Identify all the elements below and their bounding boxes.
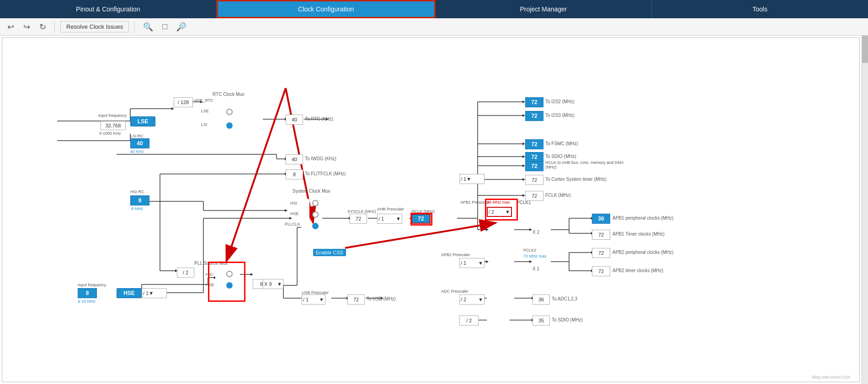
apb2-periph-value[interactable]: 72 [592,248,610,258]
svg-line-103 [345,223,496,248]
apb1-periph-label: APB1 peripheral clocks (MHz) [612,216,673,221]
scroll-thumb[interactable] [862,36,868,63]
i2s3-value[interactable]: 72 [525,111,543,121]
apb1-periph-value[interactable]: 36 [592,214,610,224]
sdio-div-value[interactable]: / 2 [459,316,479,326]
pll-mux-hse[interactable] [226,282,233,289]
apb1-prescaler-select[interactable]: / 2 ▼ [487,207,512,217]
usb-prescaler-select[interactable]: / 1 ▼ [302,295,325,305]
apb2-prescaler-select[interactable]: / 1 ▼ [459,258,485,268]
lse-range-label: 0-1000 KHz [99,131,121,136]
svg-marker-79 [529,260,532,263]
sys-mux-hsi[interactable] [312,200,319,206]
rtc-mux-selector1[interactable] [226,109,233,115]
lse-block[interactable]: LSE [130,116,155,126]
lsi-rc-label: LSI RC [130,134,144,138]
apb1-timer-label: APB1 Timer clocks (MHz) [612,231,665,237]
zoom-out-button[interactable]: 🔍 [174,20,189,34]
separator2 [134,21,135,32]
flitfclk-value[interactable]: 8 [286,169,303,179]
main-area: Input frequency 32.768 0-1000 KHz LSE LS… [0,36,868,384]
nav-tools[interactable]: Tools [652,0,868,18]
sys-mux-hse[interactable] [312,211,319,218]
pllclk-sys-label: PLLCLK [285,222,300,226]
pll-src-mux-label: PLL Source Mux [194,261,228,266]
apb1-timer-value[interactable]: 72 [592,230,610,240]
svg-marker-3 [171,107,174,110]
adc-label: To ADC1,2,3 [552,296,577,301]
cortex-label: To Cortex System timer (MHz) [545,177,607,182]
nav-pinout[interactable]: Pinout & Configuration [0,0,217,18]
hse-sys-label: HSE [290,211,299,216]
usb-value[interactable]: 72 [347,295,365,305]
refresh-button[interactable]: ↻ [37,20,49,34]
hse-input-value[interactable]: 8 [78,288,97,298]
lse-freq-value[interactable]: 32.768 [101,121,126,130]
apb1-max-label: 36 MHz max [487,200,510,205]
ahb-prescaler-select[interactable]: / 1 ▼ [377,214,402,224]
svg-line-101 [226,88,286,262]
rtc-mux-selector2[interactable] [226,122,233,129]
i2s2-value[interactable]: 72 [525,97,543,107]
lsi-value-box[interactable]: 40 [130,138,149,148]
hse-range-label: 4-16 MHz [78,299,96,304]
fclk-value[interactable]: 72 [525,191,543,201]
fclk-label: FCLK (MHz) [545,193,571,198]
hclk-mhz-label: HCLK (MHz) [411,209,435,214]
pclk2-label: PCLK2 [523,248,537,252]
scrollbar[interactable] [862,36,868,384]
hse-div-select[interactable]: / 1 ▼ [142,288,167,298]
rtc-clk-mux-label: RTC Clock Mux [213,92,245,97]
hclk-ahb-label: HCLK to AHB bus, core, memory and DMA (M… [545,160,628,169]
hclk-value[interactable]: 72 [411,214,431,224]
sysclk-value[interactable]: 72 [350,214,367,224]
apb1-prescaler-label: APB1 Prescaler [460,200,490,205]
undo-button[interactable]: ↩ [5,20,17,34]
pll-hsi-div2[interactable]: / 2 [177,268,194,278]
diagram-container: Input frequency 32.768 0-1000 KHz LSE LS… [2,38,859,382]
sdio-value[interactable]: 35 [533,316,550,326]
sysclk-label: SYSCLK (MHz) [347,209,376,214]
apb2-max-label: 72 MHz max [523,254,547,258]
pll-mul-select[interactable]: X 9 ▼ [263,279,283,289]
hse-block[interactable]: HSE [117,288,142,298]
apb2-x1-label: X 1 [533,266,539,271]
apb2-timer-value[interactable]: 72 [592,266,610,276]
hse-rtc-label: HSE_RTC [194,98,213,103]
rtc-mux[interactable] [213,103,226,137]
usb-label: To USB (MHz) [367,296,396,301]
div128-box[interactable]: / 128 [174,97,193,107]
resolve-clock-button[interactable]: Resolve Clock Issues [60,21,129,32]
ahb-prescaler-label: AHB Prescaler [377,207,404,211]
hsi-value-box[interactable]: 8 [130,195,149,205]
sys-clk-mux[interactable] [298,195,312,237]
redo-button[interactable]: ↪ [21,20,33,34]
cortex-div-select[interactable]: / 1 ▼ [459,174,485,184]
sys-mux-pllclk[interactable] [312,223,319,229]
hclk-ahb-value[interactable]: 72 [525,161,543,171]
separator [54,21,55,32]
zoom-fit-button[interactable]: □ [160,20,170,33]
pll-mux-hsi[interactable] [226,271,233,277]
nav-project[interactable]: Project Manager [436,0,652,18]
enable-css-badge[interactable]: Enable CSS [313,249,346,256]
pll-src-mux[interactable] [213,266,226,294]
zoom-in-button[interactable]: 🔍 [140,20,156,34]
svg-marker-77 [486,260,489,263]
adc-value[interactable]: 36 [533,295,550,305]
adc-prescaler-select[interactable]: / 2 ▼ [459,295,485,305]
rtc-value[interactable]: 40 [286,115,303,125]
sdio2-value[interactable]: 72 [525,152,543,162]
watermark: blog.csdn.net/zr1329 [812,375,850,379]
svg-marker-23 [285,209,288,212]
cortex-value[interactable]: 72 [525,175,543,185]
apb1-x2-label: X 2 [533,230,539,235]
svg-marker-62 [486,228,489,231]
nav-clock[interactable]: Clock Configuration [217,0,436,18]
iwdg-value[interactable]: 40 [286,154,303,164]
flitfclk-label: To FLITFCLK (MHz) [305,171,346,176]
lsi-khz-label: 40 KHz [130,149,144,154]
fsmc-value[interactable]: 72 [525,139,543,149]
sys-clk-mux-label: System Clock Mux [293,189,330,194]
hsi-sys-label: HSI [290,201,297,205]
